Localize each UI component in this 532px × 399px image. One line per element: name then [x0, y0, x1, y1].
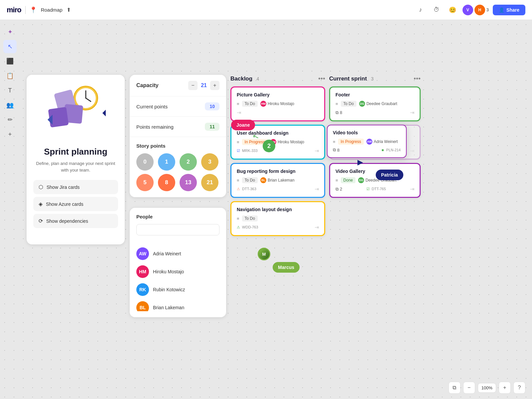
- show-dependencies-button[interactable]: ⟳ Show dependencies: [33, 214, 118, 228]
- music-icon[interactable]: ♪: [415, 4, 427, 16]
- people-list: AW Adria Weinert HM Hiroku Mostajo RK Ru…: [136, 245, 219, 311]
- align-icon: ≡: [333, 139, 335, 144]
- svg-marker-7: [102, 108, 106, 118]
- drag-handle[interactable]: ⇥: [410, 186, 414, 192]
- help-icon[interactable]: ?: [513, 382, 525, 394]
- ticket-id: ☑ MRK-333: [237, 149, 258, 153]
- card-meta: ≡ To Do HM Hiroku Mostajo: [237, 101, 319, 107]
- capacity-section: Capacity − 21 +: [130, 75, 226, 96]
- magic-tool[interactable]: ✦: [3, 25, 17, 39]
- align-icon: ≡: [237, 216, 239, 221]
- topbar: miro 📍 Roadmap ⬆ ♪ ⏱ 😊 V H 3 👤 Share: [0, 0, 532, 20]
- left-tools: ✦ ↖ ⬛ 📋 T 👥 ✏ +: [0, 20, 20, 399]
- react-icon[interactable]: 😊: [447, 4, 459, 16]
- capacity-decrease[interactable]: −: [188, 81, 198, 90]
- story-point-0[interactable]: 0: [136, 153, 154, 171]
- card-points: ⧉ 8: [335, 110, 342, 115]
- assignee-dot: AW: [366, 139, 372, 145]
- ticket-icon: ■: [382, 148, 384, 152]
- story-point-21[interactable]: 21: [201, 174, 218, 191]
- ticket-id: ⚠ DTT-363: [237, 187, 256, 191]
- sprint-card-2[interactable]: Video Gallery ≡ Done DG Deedee Graubart …: [329, 163, 421, 198]
- person-row[interactable]: RK Rubin Kotowicz: [136, 281, 219, 299]
- current-points-section: Current points 10: [130, 96, 226, 117]
- number-badge: 2: [263, 140, 275, 152]
- story-point-2[interactable]: 2: [180, 153, 197, 171]
- card-title: Picture Gallery: [237, 92, 319, 97]
- people-tool[interactable]: 👥: [3, 98, 17, 112]
- current-sprint-more-icon[interactable]: •••: [414, 75, 421, 82]
- capacity-panel: Capacity − 21 + Current points 10 Points…: [130, 75, 226, 197]
- pen-tool[interactable]: ✏: [3, 113, 17, 126]
- zoom-level: 100%: [478, 383, 496, 393]
- drag-handle[interactable]: ⇥: [410, 148, 414, 154]
- video-tools-ticket: ■ PLN-214: [382, 148, 401, 152]
- status-badge: To Do: [341, 101, 356, 107]
- person-avatar: RK: [136, 283, 149, 296]
- backlog-card-2[interactable]: Bug reporting form design ≡ To Do BL Bri…: [230, 163, 325, 198]
- current-points-row: Current points 10: [136, 102, 219, 110]
- add-tool[interactable]: +: [3, 128, 17, 141]
- backlog-more-icon[interactable]: •••: [318, 75, 325, 82]
- drag-handle[interactable]: ⇥: [410, 109, 414, 116]
- backlog-cards: Picture Gallery ≡ To Do HM Hiroku Mostaj…: [230, 86, 325, 236]
- share-button[interactable]: 👤 Share: [493, 5, 525, 15]
- ticket-type-icon: ☑: [237, 149, 240, 153]
- azure-icon: ◈: [39, 201, 43, 207]
- backlog-card-0[interactable]: Picture Gallery ≡ To Do HM Hiroku Mostaj…: [230, 86, 325, 121]
- people-panel: People 🔍 AW Adria Weinert HM Hiroku Most…: [130, 208, 226, 317]
- ticket-type-icon: ⚠: [237, 187, 240, 191]
- video-tools-card: Video tools ≡ In Progress AW Adria Weine…: [327, 125, 407, 158]
- person-avatar: HM: [136, 265, 149, 278]
- drag-handle[interactable]: ⇥: [315, 224, 319, 230]
- sticky-tool[interactable]: 📋: [3, 69, 17, 82]
- timer-icon[interactable]: ⏱: [431, 4, 443, 16]
- align-icon: ≡: [335, 178, 338, 183]
- sprint-title: Sprint planning: [44, 147, 107, 157]
- ticket-type-icon: ⚠: [237, 225, 240, 229]
- frames-tool[interactable]: ⬛: [3, 55, 17, 68]
- drag-handle[interactable]: ⇥: [315, 148, 319, 154]
- remaining-value: 11: [205, 123, 219, 131]
- story-point-1[interactable]: 1: [158, 153, 175, 171]
- person-row[interactable]: AW Adria Weinert: [136, 245, 219, 263]
- status-badge: To Do: [242, 101, 258, 107]
- story-point-13[interactable]: 13: [180, 174, 197, 191]
- backlog-title-wrapper: Backlog 4: [230, 75, 259, 82]
- canvas[interactable]: ✦ ↖ ⬛ 📋 T 👥 ✏ + Sprint p: [0, 20, 532, 399]
- people-search-input[interactable]: [136, 224, 219, 235]
- sprint-illustration: [46, 81, 106, 141]
- person-row[interactable]: HM Hiroku Mostajo: [136, 263, 219, 281]
- avatar-2: H: [474, 5, 485, 15]
- backlog-card-3[interactable]: Navigation layout design ≡ To Do ⚠ WDD-7…: [230, 201, 325, 236]
- text-tool[interactable]: T: [3, 84, 17, 97]
- video-tools-status: In Progress: [338, 139, 364, 145]
- zoom-in-button[interactable]: +: [499, 382, 511, 394]
- card-footer: ⧉ 8 ⇥: [335, 109, 414, 116]
- upload-icon[interactable]: ⬆: [66, 7, 71, 13]
- show-jira-button[interactable]: ⬡ Show Jira cards: [33, 180, 118, 194]
- current-sprint-header: Current sprint 3 •••: [329, 75, 421, 82]
- drag-handle[interactable]: ⇥: [315, 186, 319, 192]
- drag-handle[interactable]: ⇥: [237, 109, 241, 116]
- show-azure-button[interactable]: ◈ Show Azure cards: [33, 197, 118, 211]
- breadcrumb-label[interactable]: Roadmap: [41, 7, 63, 13]
- card-meta: ≡ To Do: [237, 215, 319, 221]
- current-sprint-count: 3: [371, 76, 374, 81]
- layers-icon[interactable]: ⧉: [449, 382, 461, 394]
- story-point-5[interactable]: 5: [136, 174, 154, 191]
- sprint-card-0[interactable]: Footer ≡ To Do DG Deedee Graubart ⧉ 8 ⇥: [329, 86, 421, 121]
- card-title: Navigation layout design: [237, 207, 319, 212]
- zoom-out-button[interactable]: −: [463, 382, 475, 394]
- ticket-id: ☑ DTT-765: [366, 187, 386, 191]
- person-row[interactable]: BL Brian Lakeman: [136, 299, 219, 311]
- person-name: Adria Weinert: [153, 251, 181, 256]
- card-title: Footer: [335, 92, 414, 97]
- person-name: Brian Lakeman: [153, 305, 184, 310]
- story-point-3[interactable]: 3: [201, 153, 218, 171]
- story-point-8[interactable]: 8: [158, 174, 175, 191]
- cursor-tool[interactable]: ↖: [3, 40, 17, 53]
- capacity-increase[interactable]: +: [210, 81, 219, 90]
- card-footer: ☑ MRK-333 ⇥: [237, 148, 319, 154]
- copy-icon: ⧉: [333, 147, 336, 153]
